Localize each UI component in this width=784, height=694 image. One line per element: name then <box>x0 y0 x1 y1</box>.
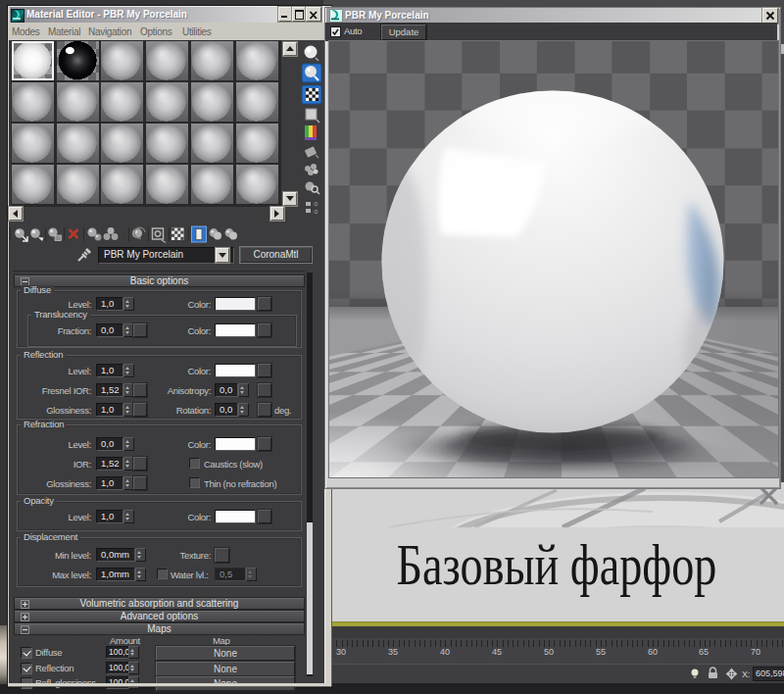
svg-text::0: :0 <box>313 201 318 207</box>
svg-text::0: :0 <box>313 209 318 215</box>
